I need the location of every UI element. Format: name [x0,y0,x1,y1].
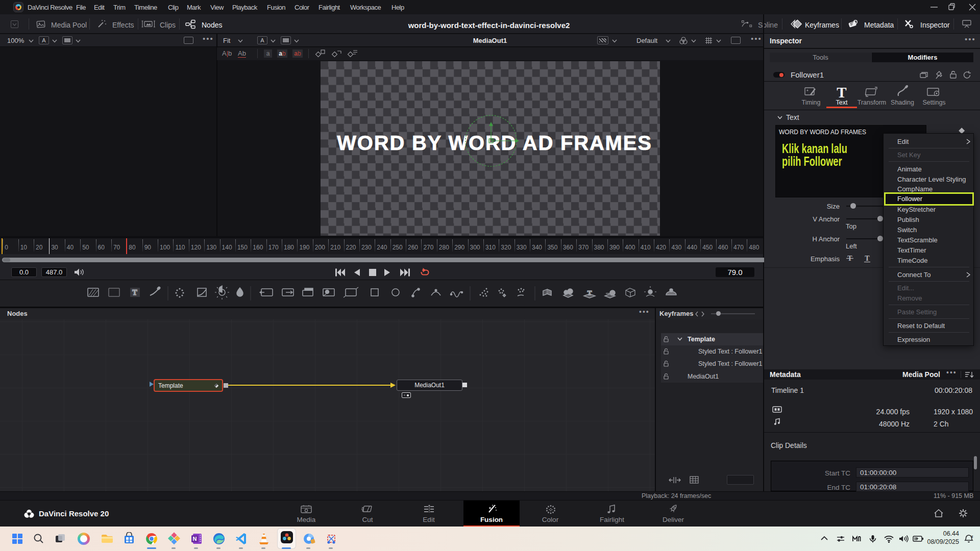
svg-text:T: T [865,255,870,262]
svg-text:T: T [587,289,592,296]
svg-text:T: T [132,289,137,296]
svg-text:z: z [971,535,973,538]
svg-text:N: N [193,536,197,542]
